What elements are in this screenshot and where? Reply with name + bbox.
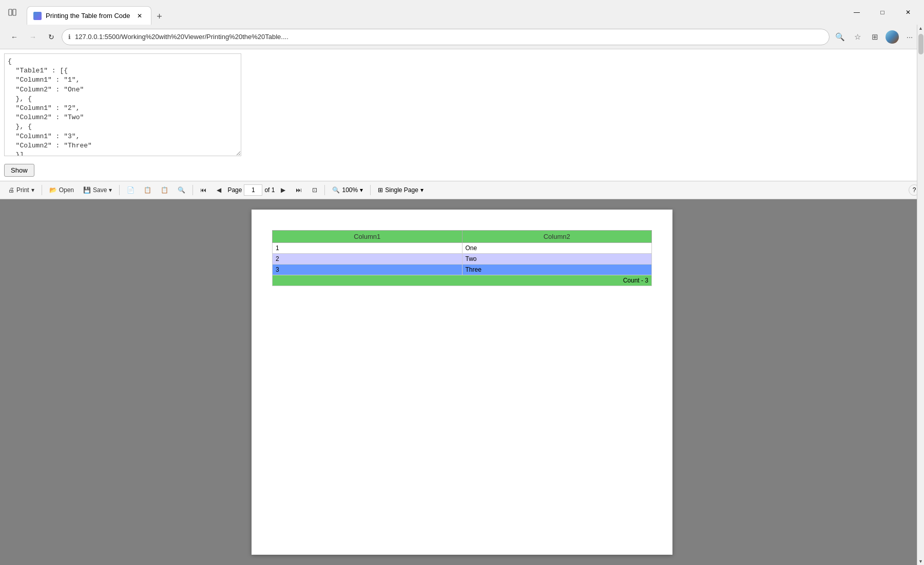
save-button[interactable]: 💾 Save ▾ xyxy=(79,185,116,195)
tab-close-button[interactable]: ✕ xyxy=(134,11,145,21)
collections-button[interactable]: ⊞ xyxy=(867,29,883,45)
page-content: { "Table1" : [{ "Column1" : "1", "Column… xyxy=(0,49,924,565)
footer-count: Count - 3 xyxy=(273,275,652,286)
prev-page-button[interactable]: ◀ xyxy=(213,185,225,195)
page-label: Page xyxy=(227,186,242,194)
address-bar[interactable]: ℹ 127.0.0.1:5500/Working%20with%20Viewer… xyxy=(62,29,830,45)
page-icon: 📄 xyxy=(127,186,134,194)
print-button[interactable]: 🖨 Print ▾ xyxy=(4,185,38,195)
zoom-dropdown-icon: ▾ xyxy=(360,186,363,194)
row3-col2: Three xyxy=(462,265,652,275)
find-button[interactable]: 🔍 xyxy=(174,185,189,195)
favorites-button[interactable]: ☆ xyxy=(849,29,865,45)
scroll-up-arrow[interactable]: ▲ xyxy=(917,25,925,32)
show-button-area: Show xyxy=(0,162,924,181)
page-number-input[interactable] xyxy=(244,184,262,196)
open-button[interactable]: 📂 Open xyxy=(45,185,78,195)
page-layout-button[interactable]: ⊞ Single Page ▾ xyxy=(374,185,428,195)
scrollbar[interactable]: ▲ ▼ xyxy=(917,25,924,565)
maximize-button[interactable]: □ xyxy=(871,4,894,21)
tab-favicon xyxy=(33,12,42,20)
tab-title: Printing the Table from Code xyxy=(46,12,130,20)
document-page: Column1 Column2 1 One 2 Two xyxy=(252,210,672,555)
last-page-button[interactable]: ⏭ xyxy=(292,185,306,195)
row2-col2: Two xyxy=(462,254,652,265)
svg-rect-1 xyxy=(13,9,16,15)
close-button[interactable]: ✕ xyxy=(896,4,920,21)
tabs-area: Printing the Table from Code ✕ + xyxy=(27,0,843,25)
table-header-row: Column1 Column2 xyxy=(273,231,652,243)
url-text: 127.0.0.1:5500/Working%20with%20Viewer/P… xyxy=(75,33,823,41)
back-button[interactable]: ← xyxy=(6,29,23,45)
scroll-down-arrow[interactable]: ▼ xyxy=(917,558,925,565)
printer-icon: 🖨 xyxy=(8,186,14,194)
page-navigation: ⏮ ◀ Page of 1 ▶ ⏭ ⊡ xyxy=(196,184,321,196)
row1-col2: One xyxy=(462,243,652,254)
table-row: 2 Two xyxy=(273,254,652,265)
forward-button[interactable]: → xyxy=(25,29,41,45)
page-view-button[interactable]: 📄 xyxy=(123,185,139,195)
browser-window: Printing the Table from Code ✕ + — □ ✕ ←… xyxy=(0,0,924,565)
sidebar-toggle-button[interactable] xyxy=(4,4,21,21)
search-button[interactable]: 🔍 xyxy=(832,29,848,45)
layout-icon: ⊞ xyxy=(378,186,383,194)
table-row: 1 One xyxy=(273,243,652,254)
show-button[interactable]: Show xyxy=(4,164,34,177)
folder-icon: 📂 xyxy=(49,186,57,194)
row3-col1: 3 xyxy=(273,265,463,275)
row2-col1: 2 xyxy=(273,254,463,265)
page-size-button[interactable]: ⊡ xyxy=(308,185,321,195)
paste-icon: 📋 xyxy=(161,186,168,194)
security-info-icon[interactable]: ℹ xyxy=(68,33,71,41)
navigation-bar: ← → ↻ ℹ 127.0.0.1:5500/Working%20with%20… xyxy=(0,25,924,49)
new-tab-button[interactable]: + xyxy=(151,8,168,25)
copy-button[interactable]: 📋 xyxy=(140,185,156,195)
refresh-button[interactable]: ↻ xyxy=(43,29,60,45)
save-dropdown-icon: ▾ xyxy=(109,186,112,194)
viewer-area[interactable]: Column1 Column2 1 One 2 Two xyxy=(0,199,924,565)
save-icon: 💾 xyxy=(83,186,91,194)
svg-rect-0 xyxy=(9,9,12,15)
viewer-toolbar: 🖨 Print ▾ 📂 Open 💾 Save ▾ 📄 📋 � xyxy=(0,181,924,199)
json-editor[interactable]: { "Table1" : [{ "Column1" : "1", "Column… xyxy=(4,53,241,156)
separator-2 xyxy=(119,185,120,195)
layout-dropdown-icon: ▾ xyxy=(420,186,424,194)
separator-5 xyxy=(370,185,371,195)
separator-4 xyxy=(324,185,325,195)
minimize-button[interactable]: — xyxy=(845,4,869,21)
separator-3 xyxy=(192,185,193,195)
first-page-button[interactable]: ⏮ xyxy=(196,185,210,195)
title-bar: Printing the Table from Code ✕ + — □ ✕ xyxy=(0,0,924,25)
next-page-button[interactable]: ▶ xyxy=(277,185,290,195)
window-controls-right: — □ ✕ xyxy=(845,4,920,21)
scrollbar-thumb[interactable] xyxy=(918,34,923,54)
of-pages-label: of 1 xyxy=(264,186,275,194)
editor-area: { "Table1" : [{ "Column1" : "1", "Column… xyxy=(0,49,924,162)
profile-button[interactable] xyxy=(884,29,900,45)
settings-button[interactable]: ··· xyxy=(901,29,918,45)
report-table: Column1 Column2 1 One 2 Two xyxy=(272,230,652,286)
active-tab[interactable]: Printing the Table from Code ✕ xyxy=(27,6,151,25)
table-footer-row: Count - 3 xyxy=(273,275,652,286)
copy-icon: 📋 xyxy=(144,186,151,194)
column2-header: Column2 xyxy=(462,231,652,243)
row1-col1: 1 xyxy=(273,243,463,254)
print-dropdown-icon: ▾ xyxy=(31,186,34,194)
column1-header: Column1 xyxy=(273,231,463,243)
paste-button[interactable]: 📋 xyxy=(157,185,172,195)
zoom-button[interactable]: 🔍 100% ▾ xyxy=(328,185,367,195)
find-icon: 🔍 xyxy=(178,186,185,194)
window-controls-left xyxy=(4,4,21,21)
nav-tools: 🔍 ☆ ⊞ ··· xyxy=(832,29,918,45)
zoom-icon: 🔍 xyxy=(332,186,340,194)
table-row: 3 Three xyxy=(273,265,652,275)
separator-1 xyxy=(42,185,42,195)
